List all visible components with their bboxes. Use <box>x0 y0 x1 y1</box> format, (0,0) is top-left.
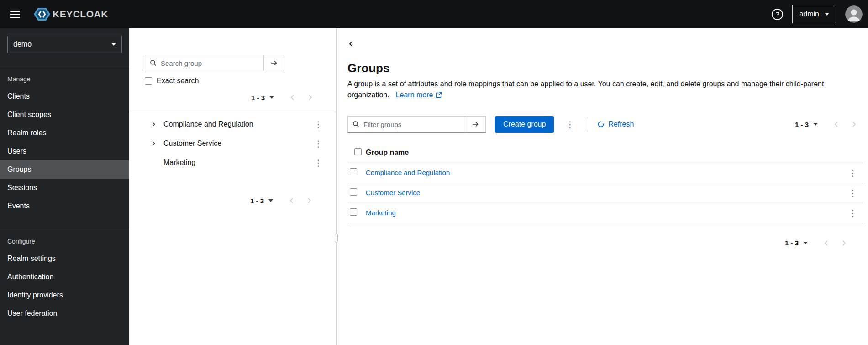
filter-submit-button[interactable] <box>465 116 486 133</box>
arrow-right-icon <box>270 59 278 67</box>
search-icon <box>352 121 359 127</box>
pagination-menu-toggle[interactable]: 1 - 3 <box>247 91 278 104</box>
group-name-link[interactable]: Marketing <box>366 209 396 217</box>
group-tree: Compliance and Regulation ⋮ Customer Ser… <box>129 115 334 172</box>
user-menu-label: admin <box>799 10 819 18</box>
row-checkbox[interactable] <box>350 188 357 196</box>
kebab-menu-icon[interactable]: ⋮ <box>312 156 324 170</box>
chevron-right-icon <box>305 197 313 204</box>
chevron-left-icon <box>288 197 295 204</box>
search-icon <box>150 59 157 66</box>
sidebar-item-realm-roles[interactable]: Realm roles <box>0 124 129 142</box>
filter-groups <box>347 116 486 133</box>
panel-resize-splitter[interactable] <box>334 28 338 345</box>
expand-chevron-icon[interactable] <box>149 139 158 148</box>
nav-section-title: Manage <box>0 67 129 87</box>
sidebar-item-users[interactable]: Users <box>0 142 129 160</box>
tree-item-customer-service[interactable]: Customer Service ⋮ <box>129 134 334 153</box>
kebab-menu-icon[interactable]: ⋮ <box>847 166 859 180</box>
refresh-label: Refresh <box>608 120 634 128</box>
tree-pagination-top: 1 - 3 <box>145 90 319 105</box>
collapse-panel-button[interactable] <box>347 39 358 48</box>
tree-item-label: Marketing <box>163 159 195 167</box>
exact-search-label: Exact search <box>157 77 199 85</box>
groups-table: Group name Compliance and Regulation ⋮ C… <box>347 143 863 223</box>
sidebar-item-sessions[interactable]: Sessions <box>0 179 129 197</box>
filter-groups-input[interactable] <box>347 116 465 133</box>
realm-selector[interactable]: demo <box>7 36 122 53</box>
user-menu-dropdown[interactable]: admin <box>792 5 836 23</box>
tree-search-submit-button[interactable] <box>264 55 284 71</box>
sidebar-item-clients[interactable]: Clients <box>0 87 129 106</box>
kebab-menu-icon[interactable]: ⋮ <box>312 117 324 131</box>
tree-search <box>145 55 319 71</box>
tree-search-input[interactable] <box>145 55 264 71</box>
filter-box <box>347 116 465 133</box>
page-description: A group is a set of attributes and role … <box>347 79 863 101</box>
avatar[interactable] <box>845 5 863 23</box>
expand-chevron-icon[interactable] <box>149 120 158 128</box>
sidebar-item-identity-providers[interactable]: Identity providers <box>0 286 129 304</box>
tree-divider <box>129 111 334 111</box>
tree-item-marketing[interactable]: Marketing ⋮ <box>129 153 334 172</box>
toolbar-kebab-menu-icon[interactable]: ⋮ <box>564 117 576 131</box>
create-group-button[interactable]: Create group <box>495 116 554 133</box>
sidebar-item-authentication[interactable]: Authentication <box>0 268 129 286</box>
tree-toggle-spacer <box>149 159 158 167</box>
column-header-actions <box>841 143 863 163</box>
user-avatar-icon <box>845 5 863 23</box>
exact-search-toggle[interactable]: Exact search <box>145 77 319 85</box>
caret-down-icon <box>813 123 818 126</box>
pagination-next-button <box>845 117 863 132</box>
pagination-range: 1 - 3 <box>785 239 799 247</box>
caret-down-icon <box>268 199 273 202</box>
pagination-menu-toggle[interactable]: 1 - 3 <box>247 194 277 207</box>
external-link-icon <box>436 92 442 98</box>
select-all-checkbox[interactable] <box>354 148 362 155</box>
sidebar-item-events[interactable]: Events <box>0 197 129 215</box>
row-checkbox[interactable] <box>350 208 357 216</box>
chevron-right-icon <box>306 94 314 101</box>
keycloak-logo-icon <box>34 8 50 21</box>
pagination-menu-toggle[interactable]: 1 - 3 <box>791 118 821 131</box>
masthead-actions: ? admin <box>772 5 863 23</box>
chevron-right-icon <box>850 121 857 128</box>
kebab-menu-icon[interactable]: ⋮ <box>847 206 859 220</box>
table-row: Customer Service ⋮ <box>347 183 863 203</box>
sidebar-item-client-scopes[interactable]: Client scopes <box>0 106 129 124</box>
tree-item-label: Compliance and Regulation <box>163 120 253 128</box>
chevron-left-icon <box>347 40 355 48</box>
chevron-left-icon <box>833 121 840 128</box>
kebab-menu-icon[interactable]: ⋮ <box>847 186 859 200</box>
sidebar-item-groups[interactable]: Groups <box>0 160 129 179</box>
exact-search-checkbox[interactable] <box>145 77 152 85</box>
pagination-next-button <box>835 235 852 251</box>
pagination-next-button <box>300 193 318 208</box>
sidebar-item-user-federation[interactable]: User federation <box>0 304 129 323</box>
group-name-link[interactable]: Compliance and Regulation <box>366 169 450 176</box>
caret-down-icon <box>111 43 116 46</box>
masthead: KEYCLOAK ? admin <box>0 0 868 28</box>
row-checkbox[interactable] <box>350 168 357 175</box>
learn-more-link[interactable]: Learn more <box>396 90 442 101</box>
kebab-menu-icon[interactable]: ⋮ <box>312 137 324 150</box>
table-row: Marketing ⋮ <box>347 203 863 223</box>
pagination-menu-toggle[interactable]: 1 - 3 <box>781 236 811 249</box>
pagination-next-button <box>301 90 319 105</box>
sidebar-item-realm-settings[interactable]: Realm settings <box>0 249 129 268</box>
refresh-button[interactable]: Refresh <box>597 120 634 128</box>
tree-item-compliance-and-regulation[interactable]: Compliance and Regulation ⋮ <box>129 115 334 134</box>
pagination-range: 1 - 3 <box>250 197 264 205</box>
toolbar-divider <box>586 118 586 131</box>
group-tree-panel: Exact search 1 - 3 C <box>129 28 334 345</box>
pagination-prev-button <box>283 193 300 208</box>
tree-item-label: Customer Service <box>163 139 221 148</box>
hamburger-menu-button[interactable] <box>7 5 26 24</box>
pagination-prev-button <box>284 90 301 105</box>
group-name-link[interactable]: Customer Service <box>366 189 420 196</box>
pagination-range: 1 - 3 <box>251 94 265 101</box>
splitter-drag-handle[interactable] <box>335 234 338 243</box>
pagination-range: 1 - 3 <box>795 121 809 128</box>
caret-down-icon <box>825 13 829 16</box>
help-icon[interactable]: ? <box>772 9 783 20</box>
